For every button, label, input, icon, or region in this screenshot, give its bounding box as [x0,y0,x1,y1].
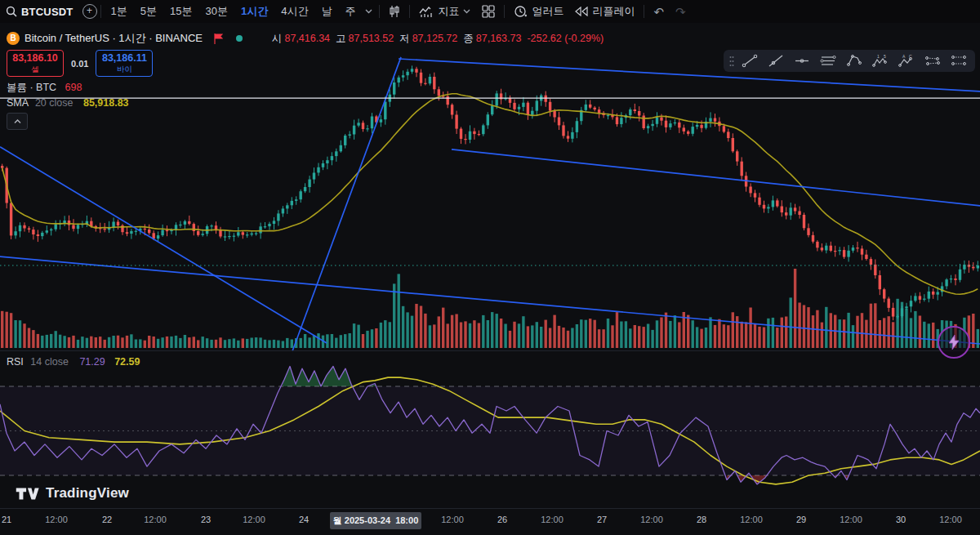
tab-timeframe-5m[interactable]: 5분 [134,4,163,19]
rsi-params: 14 close [30,356,69,368]
toolbar-separator [409,5,410,18]
time-tick: 12:00 [640,515,663,524]
open-value: 87,416.34 [284,33,330,44]
trend-line-icon[interactable] [737,51,762,71]
market-status-dot [236,35,243,42]
time-tick: 12:00 [243,515,265,524]
time-tick: 26 [497,515,507,524]
tradingview-mark-icon [15,486,39,502]
svg-text:5: 5 [884,54,886,59]
ray-icon[interactable] [763,51,788,71]
alert-clock-icon [514,5,528,19]
change-value: -252.62 (-0.29%) [527,33,604,44]
volume-legend[interactable]: 볼륨 · BTC 698 [7,81,82,95]
high-value: 87,513.52 [349,33,394,44]
elliott-correction-icon[interactable]: A C [893,51,919,71]
chevron-up-icon [14,119,21,124]
spread-value: 0.01 [71,59,88,69]
buy-price: 83,186.11 [102,53,147,64]
tradingview-brand-text: TradingView [46,485,129,502]
parallel-channel-icon[interactable] [815,51,840,71]
alert-label: 얼러트 [532,4,564,19]
volume-value: 698 [65,82,82,93]
time-tick: 12:00 [45,515,68,524]
horizontal-line-icon[interactable] [789,51,814,71]
search-icon [6,6,17,17]
sma-legend[interactable]: SMA 20 close 85,918.83 [7,97,129,109]
tab-timeframe-30m[interactable]: 30분 [198,4,234,19]
symbol-name: BTCUSDT [21,6,74,18]
sell-button[interactable]: 83,186.10 셀 [7,50,64,77]
tab-timeframe-4h[interactable]: 4시간 [274,4,314,19]
chevron-down-icon[interactable] [365,9,372,14]
alert-button[interactable]: 얼러트 [508,0,569,23]
chart-legend: B Bitcoin / TetherUS · 1시간 · BINANCE 시 8… [7,31,604,46]
time-axis[interactable]: 2112:002212:002312:002412:002512:002612:… [0,509,980,535]
crosshair-time-label: 월 2025-03-24 18:00 [330,512,421,529]
replay-label: 리플레이 [592,4,635,19]
sell-price: 83,186.10 [12,53,58,64]
toolbar-separator [504,5,505,18]
elliott-impulse-icon[interactable]: 1 5 [867,51,893,71]
replay-button[interactable]: 리플레이 [569,0,640,23]
layout-grid-icon [482,5,495,18]
low-value: 87,125.72 [412,33,458,44]
top-toolbar: BTCUSDT + 1분 5분 15분 30분 1시간 4시간 날 주 [0,0,980,23]
undo-icon[interactable]: ↶ [648,0,670,23]
indicators-icon [419,6,434,18]
sma-params: 20 close [35,97,74,109]
tradingview-app: BTCUSDT + 1분 5분 15분 30분 1시간 4시간 날 주 [0,0,980,535]
time-tick: 22 [102,515,112,524]
chart-title[interactable]: Bitcoin / TetherUS · 1시간 · BINANCE [24,31,203,46]
pitchfork-icon[interactable] [841,51,866,71]
drag-handle-icon[interactable] [728,51,736,71]
rsi-legend[interactable]: RSI 14 close 71.29 72.59 [7,356,140,368]
tab-timeframe-day[interactable]: 날 [314,4,338,19]
tab-timeframe-week[interactable]: 주 [338,4,362,19]
time-tick: 30 [896,515,906,524]
close-value: 87,163.73 [476,33,522,44]
close-label: 종 [463,32,474,46]
xabcd-pattern-icon[interactable] [920,51,945,71]
svg-text:A: A [902,54,906,59]
chart-style-button[interactable] [383,0,406,23]
three-drives-icon[interactable] [946,51,971,71]
time-tick: 12:00 [441,515,464,524]
buy-label: 바이 [117,65,132,74]
indicators-label: 지표 [438,4,459,19]
tab-timeframe-1m[interactable]: 1분 [105,4,134,19]
rsi-line-value: 71.29 [79,356,105,368]
tab-timeframe-15m[interactable]: 15분 [163,4,198,19]
btc-logo-icon: B [7,32,20,45]
trade-panel: 83,186.10 셀 0.01 83,186.11 바이 [7,50,153,77]
toolbar-separator [100,5,101,18]
buy-button[interactable]: 83,186.11 바이 [96,50,153,77]
volume-label: 볼륨 · BTC [7,82,56,93]
tradingview-logo[interactable]: TradingView [15,485,129,502]
indicators-button[interactable]: 지표 [413,0,476,23]
chart-canvas[interactable] [0,0,980,535]
flag-icon[interactable] [214,33,223,44]
redo-icon[interactable]: ↷ [670,0,692,23]
time-tick: 12:00 [740,515,763,524]
toolbar-separator [644,5,644,18]
toolbar-separator [379,5,380,18]
compare-add-icon[interactable]: + [82,4,97,19]
instant-trading-button[interactable] [938,326,970,359]
tab-timeframe-1h[interactable]: 1시간 [234,4,274,19]
time-tick: 12:00 [840,515,862,524]
drawing-toolbar: 1 5 A C [724,50,975,72]
ohlc-values: 시 87,416.34 고 87,513.52 저 87,125.72 종 87… [272,32,604,46]
symbol-search-button[interactable]: BTCUSDT [0,0,79,23]
collapse-legend-button[interactable] [7,113,28,130]
time-tick: 12:00 [939,515,962,524]
time-tick: 21 [2,515,11,524]
sma-name: SMA [7,97,28,109]
candles-icon [389,5,400,18]
time-tick: 28 [697,515,706,524]
layout-button[interactable] [476,0,501,23]
time-tick: 23 [201,515,211,524]
low-label: 저 [399,32,410,46]
chevron-down-icon [463,9,470,14]
rsi-name: RSI [7,356,24,368]
